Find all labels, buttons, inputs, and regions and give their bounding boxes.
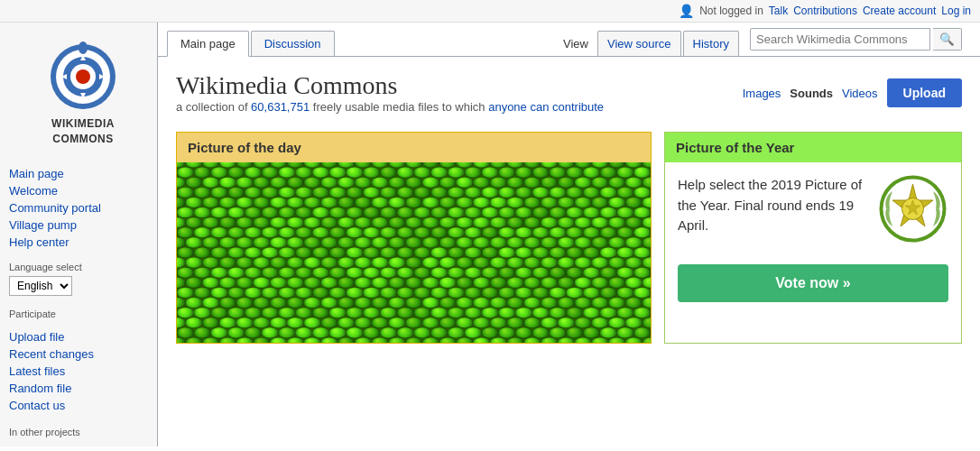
participate-nav: Upload file Recent changes Latest files … <box>9 328 157 414</box>
search-input[interactable] <box>750 28 930 51</box>
vote-now-button[interactable]: Vote now » <box>678 264 948 302</box>
logo-title: WIKIMEDIACOMMONS <box>51 116 115 147</box>
right-panel: Main page Discussion View View source Hi… <box>158 23 980 446</box>
content-columns: Picture of the day Picture of the Year H… <box>176 132 962 344</box>
tabs-container: Main page Discussion View View source Hi… <box>158 23 980 57</box>
poty-medal <box>876 175 948 243</box>
media-tab-videos[interactable]: Videos <box>842 87 878 100</box>
media-tab-images[interactable]: Images <box>743 87 781 100</box>
wikimedia-commons-logo <box>47 41 119 113</box>
picture-of-the-day: Picture of the day <box>176 132 652 344</box>
tab-view: View <box>554 32 597 56</box>
file-count[interactable]: 60,631,751 <box>251 100 310 114</box>
svg-point-4 <box>76 69 90 84</box>
sidebar-item-help-center[interactable]: Help center <box>9 234 157 251</box>
sidebar-item-contact-us[interactable]: Contact us <box>9 397 157 414</box>
sidebar-item-upload-file[interactable]: Upload file <box>9 328 157 345</box>
svg-point-5 <box>79 41 88 54</box>
tab-history[interactable]: History <box>683 31 739 56</box>
page-title: Wikimedia Commons <box>176 71 604 100</box>
sidebar-item-recent-changes[interactable]: Recent changes <box>9 345 157 363</box>
media-tab-sounds[interactable]: Sounds <box>790 87 833 100</box>
title-subtitle: Wikimedia Commons a collection of 60,631… <box>176 71 604 126</box>
search-button[interactable]: 🔍 <box>933 28 962 51</box>
tab-main-page[interactable]: Main page <box>167 31 249 57</box>
sidebar-item-community-portal[interactable]: Community portal <box>9 199 157 216</box>
potd-canvas <box>177 162 651 343</box>
subtitle-prefix: a collection of <box>176 100 251 114</box>
medal-icon <box>879 175 947 243</box>
sidebar: WIKIMEDIACOMMONS Main page Welcome Commu… <box>0 23 158 446</box>
sidebar-item-random-file[interactable]: Random file <box>9 380 157 397</box>
sidebar-item-latest-files[interactable]: Latest files <box>9 363 157 380</box>
page-header: Wikimedia Commons a collection of 60,631… <box>176 71 962 126</box>
tab-discussion[interactable]: Discussion <box>251 31 335 56</box>
participate-label: Participate <box>9 308 157 319</box>
language-select[interactable]: English <box>9 276 72 296</box>
main-content: Wikimedia Commons a collection of 60,631… <box>158 57 980 446</box>
sidebar-item-main-page[interactable]: Main page <box>9 165 157 182</box>
subtitle-mid: freely usable media files to which <box>310 100 488 114</box>
contribute-link[interactable]: anyone can contribute <box>488 100 604 114</box>
sidebar-item-welcome[interactable]: Welcome <box>9 182 157 199</box>
top-bar: 👤 Not logged in Talk Contributions Creat… <box>0 0 980 23</box>
sidebar-nav: Main page Welcome Community portal Villa… <box>9 165 157 251</box>
logo-area: WIKIMEDIACOMMONS <box>9 32 157 156</box>
create-account-link[interactable]: Create account <box>863 5 936 17</box>
poty-body: Help select the 2019 Picture of the Year… <box>665 162 961 255</box>
layout: WIKIMEDIACOMMONS Main page Welcome Commu… <box>0 23 980 446</box>
sidebar-item-village-pump[interactable]: Village pump <box>9 216 157 234</box>
user-icon: 👤 <box>679 4 694 18</box>
contributions-link[interactable]: Contributions <box>793 5 857 17</box>
media-actions: Images Sounds Videos Upload <box>743 78 962 107</box>
other-projects-label: In other projects <box>9 427 157 437</box>
talk-link[interactable]: Talk <box>769 5 788 17</box>
log-in-link[interactable]: Log in <box>941 5 971 17</box>
potd-header: Picture of the day <box>177 133 651 162</box>
poty-header: Picture of the Year <box>665 133 961 162</box>
picture-of-the-year: Picture of the Year Help select the 2019… <box>664 132 962 344</box>
language-select-container: English <box>9 276 157 296</box>
upload-button[interactable]: Upload <box>887 78 962 107</box>
search-area: 🔍 <box>741 23 971 56</box>
not-logged-in: Not logged in <box>699 5 763 17</box>
poty-text: Help select the 2019 Picture of the Year… <box>678 175 865 236</box>
language-select-label: Language select <box>9 262 157 272</box>
subtitle: a collection of 60,631,751 freely usable… <box>176 100 604 114</box>
tab-view-source[interactable]: View source <box>597 31 681 56</box>
potd-image <box>177 162 651 343</box>
